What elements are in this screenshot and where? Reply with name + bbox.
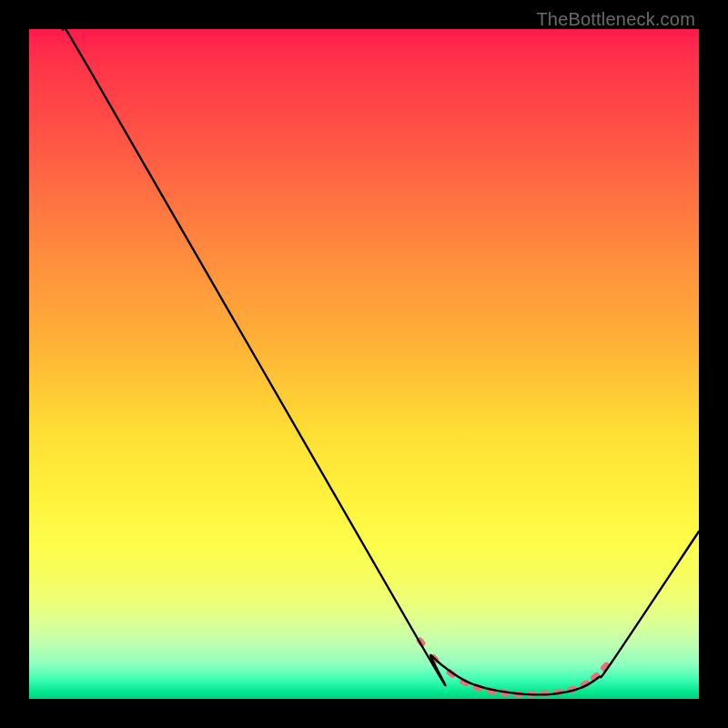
- chart-frame: TheBottleneck.com: [0, 0, 728, 728]
- watermark-text: TheBottleneck.com: [536, 9, 695, 30]
- chart-svg: [29, 29, 699, 699]
- chart-plot-area: [29, 29, 699, 699]
- curve-path: [56, 29, 699, 694]
